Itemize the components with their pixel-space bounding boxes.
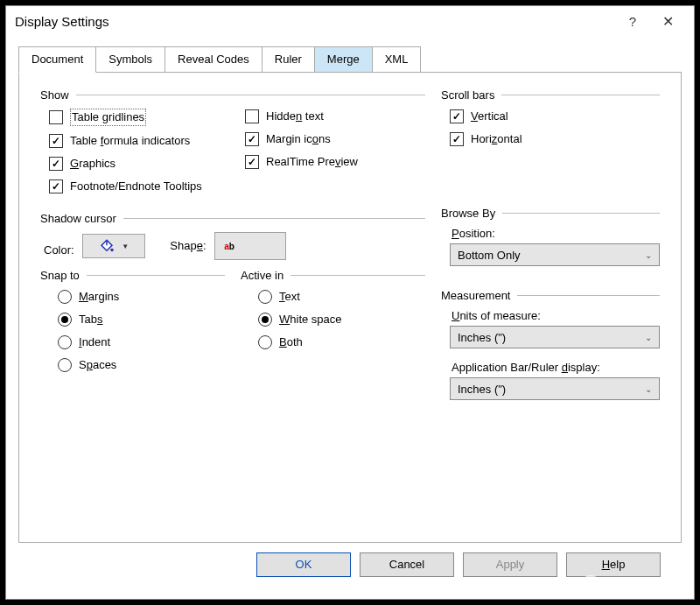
radio-icon — [258, 290, 272, 304]
tab-document[interactable]: Document — [18, 46, 96, 73]
chevron-down-icon: ⌄ — [645, 333, 652, 342]
tab-ruler[interactable]: Ruler — [262, 46, 315, 72]
chevron-down-icon: ⌄ — [645, 384, 652, 394]
checkbox-hidden-text[interactable]: Hidden text — [245, 109, 425, 124]
apply-button[interactable]: Apply — [463, 552, 557, 577]
chevron-down-icon: ⌄ — [645, 250, 652, 260]
radio-label: Spaces — [79, 357, 116, 373]
document-tab-panel: Show Table gridlines — [18, 73, 682, 543]
checkbox-icon — [49, 179, 63, 193]
dialog-title: Display Settings — [15, 14, 615, 29]
group-show-title: Show — [40, 88, 69, 102]
radio-label: Text — [279, 289, 300, 305]
dialog-client: Document Symbols Reveal Codes Ruler Merg… — [18, 46, 682, 587]
group-show: Show Table gridlines — [40, 88, 425, 201]
radio-margins[interactable]: Margins — [58, 289, 225, 305]
checkbox-icon — [49, 134, 63, 148]
title-bar: Display Settings ? ✕ — [6, 6, 694, 36]
checkbox-icon — [450, 132, 464, 146]
checkbox-table-gridlines[interactable]: Table gridlines — [49, 109, 229, 126]
group-shadow-cursor: Shadow cursor Color: — [40, 212, 425, 390]
tab-reveal-codes[interactable]: Reveal Codes — [164, 46, 262, 72]
checkbox-icon — [245, 155, 259, 169]
shape-ab-icon: ab — [224, 242, 234, 251]
group-shadow-cursor-title: Shadow cursor — [40, 212, 116, 225]
radio-text[interactable]: Text — [258, 289, 425, 305]
checkbox-icon — [49, 157, 63, 171]
paint-bucket-icon — [99, 238, 115, 254]
radio-label: Tabs — [79, 312, 102, 327]
radio-spaces[interactable]: Spaces — [58, 357, 225, 373]
checkbox-label: Margin icons — [266, 131, 331, 147]
color-picker-button[interactable]: ▼ — [82, 234, 145, 258]
radio-icon — [258, 313, 272, 327]
checkbox-graphics[interactable]: Graphics — [49, 156, 229, 172]
checkbox-icon — [49, 110, 63, 124]
position-label: Position: — [452, 227, 660, 240]
radio-tabs[interactable]: Tabs — [58, 312, 225, 327]
checkbox-icon — [245, 109, 259, 123]
radio-label: Both — [279, 334, 303, 350]
dialog-window: Display Settings ? ✕ Document Symbols Re… — [5, 5, 695, 600]
radio-icon — [58, 290, 72, 304]
dropdown-value: Inches (") — [458, 331, 506, 344]
group-snap-to-title: Snap to — [40, 269, 80, 282]
group-measurement: Measurement Units of measure: Inches (")… — [441, 289, 660, 400]
help-icon[interactable]: ? — [615, 14, 650, 29]
checkbox-label: Hidden text — [266, 109, 324, 124]
radio-icon — [58, 358, 72, 372]
checkbox-table-formula-indicators[interactable]: Table formula indicators — [49, 133, 229, 149]
dropdown-value: Inches (") — [458, 383, 506, 396]
radio-indent[interactable]: Indent — [58, 334, 225, 350]
radio-icon — [58, 313, 72, 327]
position-dropdown[interactable]: Bottom Only ⌄ — [450, 243, 660, 266]
group-browse-by: Browse By Position: Bottom Only ⌄ — [441, 207, 660, 266]
units-dropdown[interactable]: Inches (") ⌄ — [450, 326, 660, 348]
checkbox-icon — [245, 132, 259, 146]
checkbox-vertical-scrollbar[interactable]: Vertical — [450, 109, 660, 124]
radio-icon — [58, 335, 72, 349]
help-button[interactable]: Help — [566, 552, 661, 577]
button-bar: OK Cancel Apply Help — [18, 543, 682, 587]
checkbox-margin-icons[interactable]: Margin icons — [245, 131, 425, 147]
group-browse-by-title: Browse By — [441, 207, 495, 220]
appbar-dropdown[interactable]: Inches (") ⌄ — [450, 377, 660, 400]
checkbox-label: Table gridlines — [70, 109, 146, 126]
checkbox-realtime-preview[interactable]: RealTime Preview — [245, 154, 425, 170]
shape-picker-button[interactable]: ab — [214, 232, 286, 260]
close-icon[interactable]: ✕ — [650, 13, 685, 30]
checkbox-label: Vertical — [471, 109, 508, 124]
chevron-down-icon: ▼ — [122, 243, 129, 250]
group-measurement-title: Measurement — [441, 289, 510, 302]
radio-label: White space — [279, 312, 342, 327]
checkbox-horizontal-scrollbar[interactable]: Horizontal — [450, 131, 660, 147]
appbar-label: Application Bar/Ruler display: — [452, 361, 660, 374]
checkbox-label: Table formula indicators — [70, 133, 190, 149]
radio-label: Indent — [79, 334, 110, 350]
group-scroll-bars: Scroll bars Vertical Horizon — [441, 88, 660, 154]
tab-xml[interactable]: XML — [372, 46, 422, 72]
shape-label: Shape: — [170, 239, 206, 252]
tab-symbols[interactable]: Symbols — [95, 46, 165, 72]
tab-bar: Document Symbols Reveal Codes Ruler Merg… — [18, 46, 682, 73]
checkbox-label: Footnote/Endnote Tooltips — [70, 179, 202, 194]
color-label: Color: — [44, 243, 74, 257]
checkbox-icon — [450, 109, 464, 123]
radio-icon — [258, 335, 272, 349]
checkbox-label: Graphics — [70, 156, 116, 172]
group-active-in: Active in Text — [241, 269, 425, 380]
checkbox-label: Horizontal — [471, 131, 522, 147]
checkbox-label: RealTime Preview — [266, 154, 358, 170]
group-snap-to: Snap to Margins — [40, 269, 225, 380]
checkbox-footnote-tooltips[interactable]: Footnote/Endnote Tooltips — [49, 179, 229, 194]
cancel-button[interactable]: Cancel — [360, 552, 454, 577]
tab-merge[interactable]: Merge — [314, 46, 373, 72]
svg-point-0 — [111, 249, 114, 251]
units-label: Units of measure: — [452, 309, 660, 322]
radio-white-space[interactable]: White space — [258, 312, 425, 327]
ok-button[interactable]: OK — [256, 552, 351, 577]
radio-both[interactable]: Both — [258, 334, 425, 350]
dropdown-value: Bottom Only — [458, 249, 521, 262]
group-scroll-bars-title: Scroll bars — [441, 88, 494, 102]
group-active-in-title: Active in — [241, 269, 284, 282]
